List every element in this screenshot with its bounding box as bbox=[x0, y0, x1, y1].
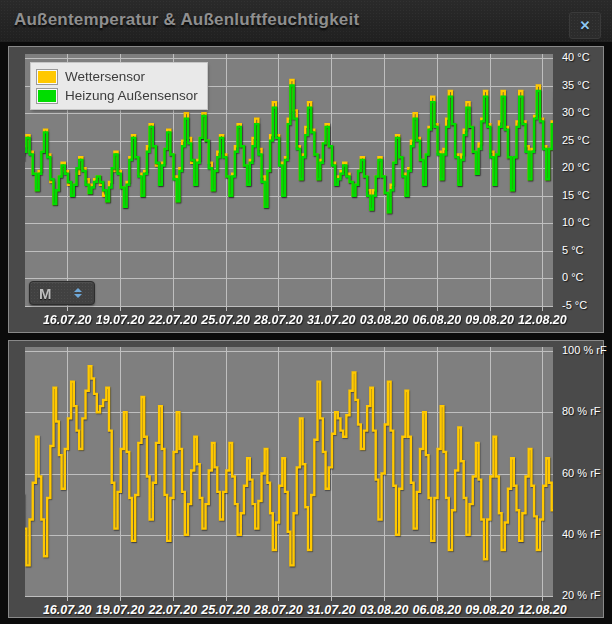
x-tick-label: 19.07.20 bbox=[96, 313, 145, 327]
y-tick-label: 20 % rF bbox=[562, 589, 601, 601]
x-tick-label: 06.08.20 bbox=[412, 313, 461, 327]
weather-stats-window: Außentemperatur & Außenluftfeuchtigkeit … bbox=[0, 0, 612, 624]
spinner-icon[interactable] bbox=[74, 288, 82, 298]
title-bar: Außentemperatur & Außenluftfeuchtigkeit … bbox=[0, 0, 612, 42]
x-tick-label: 25.07.20 bbox=[201, 603, 250, 617]
y-tick-label: 60 % rF bbox=[562, 467, 601, 479]
x-tick-label: 16.07.20 bbox=[43, 313, 92, 327]
y-tick-label: 5 °C bbox=[562, 244, 584, 256]
period-selector[interactable]: M bbox=[29, 281, 95, 305]
window-title: Außentemperatur & Außenluftfeuchtigkeit bbox=[14, 10, 359, 30]
legend-item: Heizung Außensensor bbox=[37, 86, 198, 105]
y-tick-label: 40 °C bbox=[562, 51, 590, 63]
legend-item: Wettersensor bbox=[37, 67, 198, 86]
y-tick-label: 20 °C bbox=[562, 161, 590, 173]
x-tick-label: 22.07.20 bbox=[148, 313, 197, 327]
x-tick-label: 28.07.20 bbox=[254, 603, 303, 617]
y-tick-label: 100 % rF bbox=[562, 344, 607, 356]
y-tick-label: 25 °C bbox=[562, 134, 590, 146]
y-tick-label: 40 % rF bbox=[562, 528, 601, 540]
y-tick-label: -5 °C bbox=[562, 299, 587, 311]
x-tick-label: 09.08.20 bbox=[465, 313, 514, 327]
legend-label: Wettersensor bbox=[65, 69, 145, 84]
x-tick-label: 12.08.20 bbox=[518, 603, 567, 617]
temperature-plot: WettersensorHeizung Außensensor M bbox=[25, 54, 553, 307]
y-tick-label: 15 °C bbox=[562, 189, 590, 201]
humidity-plot bbox=[25, 347, 553, 597]
x-tick-label: 12.08.20 bbox=[518, 313, 567, 327]
period-selector-value: M bbox=[30, 285, 52, 302]
legend-swatch bbox=[37, 89, 57, 103]
legend: WettersensorHeizung Außensensor bbox=[31, 63, 207, 109]
y-tick-label: 30 °C bbox=[562, 106, 590, 118]
x-tick-label: 28.07.20 bbox=[254, 313, 303, 327]
x-tick-label: 09.08.20 bbox=[465, 603, 514, 617]
y-tick-label: 10 °C bbox=[562, 216, 590, 228]
x-tick-label: 31.07.20 bbox=[307, 603, 356, 617]
x-tick-label: 22.07.20 bbox=[148, 603, 197, 617]
humidity-chart-panel: 100 % rF80 % rF60 % rF40 % rF20 % rF 16.… bbox=[8, 340, 604, 618]
close-icon: ✕ bbox=[580, 19, 591, 32]
x-tick-label: 25.07.20 bbox=[201, 313, 250, 327]
x-tick-label: 03.08.20 bbox=[360, 313, 409, 327]
y-tick-label: 0 °C bbox=[562, 271, 584, 283]
x-tick-label: 03.08.20 bbox=[360, 603, 409, 617]
humidity-chart-canvas[interactable] bbox=[25, 347, 553, 602]
x-tick-label: 06.08.20 bbox=[412, 603, 461, 617]
y-tick-label: 80 % rF bbox=[562, 405, 601, 417]
close-button[interactable]: ✕ bbox=[569, 12, 601, 39]
x-tick-label: 31.07.20 bbox=[307, 313, 356, 327]
y-tick-label: 35 °C bbox=[562, 79, 590, 91]
x-tick-label: 16.07.20 bbox=[43, 603, 92, 617]
dropdown-divider bbox=[52, 282, 75, 304]
temperature-chart-panel: WettersensorHeizung Außensensor M 40 °C3… bbox=[8, 46, 604, 333]
legend-label: Heizung Außensensor bbox=[65, 88, 198, 103]
legend-swatch bbox=[37, 70, 57, 84]
x-tick-label: 19.07.20 bbox=[96, 603, 145, 617]
